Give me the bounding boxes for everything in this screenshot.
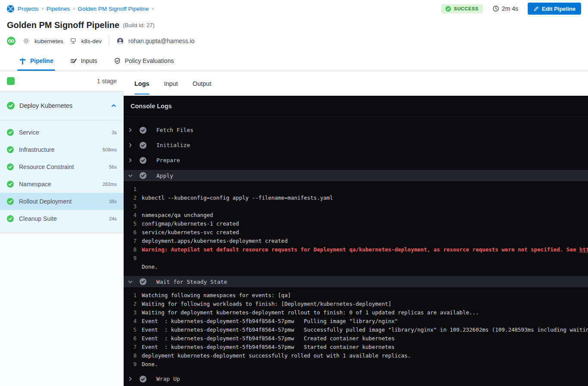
- step-item-rollout-deployment[interactable]: Rollout Deployment38s: [0, 193, 124, 210]
- log-line-text: Event : kubernetes-deployment-5fb94f8564…: [142, 343, 395, 351]
- console-header: Console Logs: [124, 96, 588, 116]
- log-section-title: Fetch Files: [156, 127, 193, 133]
- breadcrumb-link-pipelines[interactable]: Pipelines: [47, 6, 70, 12]
- log-line: 5configmap/kubernetes-1 created: [124, 220, 588, 228]
- breadcrumb-separator: ›: [42, 6, 44, 12]
- log-panel-tab-logs[interactable]: Logs: [134, 71, 149, 96]
- breadcrumb-separator: ›: [73, 6, 75, 12]
- log-line: 4Event : kubernetes-deployment-5fb94f856…: [124, 317, 588, 326]
- check-circle-icon: [445, 6, 451, 12]
- pipeline-meta-row: kubernetes k8s-dev rohan.gupta@harness.i…: [7, 34, 581, 48]
- chevron-up-icon[interactable]: [111, 103, 117, 109]
- trigger-user-email: rohan.gupta@harness.io: [128, 38, 195, 44]
- stage-count-label: 1 stage: [97, 78, 117, 85]
- log-line-text: namespace/qa unchanged: [142, 211, 213, 220]
- chevron-down-icon[interactable]: [128, 173, 133, 179]
- step-item-cleanup-suite[interactable]: Cleanup Suite24s: [0, 210, 124, 227]
- breadcrumb: Projects›Pipelines›Golden PM Signoff Pip…: [18, 6, 153, 12]
- log-line-text: service/kubernetes-svc created: [142, 228, 239, 237]
- log-line-text: Done.: [142, 263, 158, 271]
- check-circle-icon: [7, 215, 14, 222]
- log-section-apply[interactable]: Apply: [124, 170, 588, 181]
- log-line-number: 8: [124, 351, 137, 360]
- step-item-infrastructure[interactable]: Infrastructure508ms: [0, 141, 124, 158]
- stage-name: Deploy Kubernetes: [19, 102, 106, 109]
- log-line: 6Event : kubernetes-deployment-5fb94f856…: [124, 334, 588, 343]
- log-line-number: 4: [124, 211, 137, 220]
- tab-policy-evaluations[interactable]: Policy Evaluations: [114, 51, 174, 71]
- step-item-namespace[interactable]: Namespace282ms: [0, 176, 124, 193]
- inputs-icon: [70, 57, 77, 65]
- log-line-number: 6: [124, 228, 137, 237]
- page-title: Golden PM Signoff Pipeline: [7, 20, 119, 30]
- step-item-resource-constraint[interactable]: Resource Constraint56s: [0, 158, 124, 176]
- chevron-right-icon[interactable]: [128, 127, 133, 133]
- infrastructure-icon: [70, 38, 77, 44]
- step-duration: 508ms: [103, 147, 117, 152]
- log-line-number: 7: [124, 237, 137, 245]
- log-line-number: [124, 263, 137, 271]
- log-line: 6service/kubernetes-svc created: [124, 228, 588, 237]
- log-section-fetch-files[interactable]: Fetch Files: [124, 122, 588, 138]
- chevron-right-icon[interactable]: [128, 142, 133, 148]
- chevron-down-icon[interactable]: [128, 279, 133, 285]
- log-section-title: Wrap Up: [156, 376, 180, 382]
- log-line: 1: [124, 185, 588, 194]
- log-line-number: 2: [124, 194, 137, 202]
- chevron-right-icon[interactable]: [128, 157, 133, 163]
- log-line-text: Warning: Autopilot set default resource …: [142, 245, 588, 254]
- log-line: 8deployment kubernetes-deployment succes…: [124, 351, 588, 360]
- step-list: Service3sInfrastructure508msResource Con…: [0, 120, 124, 227]
- step-name: Namespace: [19, 181, 97, 188]
- log-line-text: Event : kubernetes-deployment-5fb94f8564…: [142, 317, 398, 326]
- breadcrumb-link-golden-pm-signoff-pipeline[interactable]: Golden PM Signoff Pipeline: [78, 6, 149, 12]
- log-section-wait-for-steady-state[interactable]: Wait for Steady State: [124, 276, 588, 287]
- step-duration: 282ms: [103, 182, 117, 187]
- pencil-icon: [533, 6, 539, 12]
- log-line: Done.: [124, 263, 588, 271]
- log-line: 8Warning: Autopilot set default resource…: [124, 245, 588, 254]
- breadcrumb-row: Projects›Pipelines›Golden PM Signoff Pip…: [7, 0, 581, 17]
- log-line-number: 3: [124, 308, 137, 317]
- log-line-number: 3: [124, 202, 137, 211]
- log-line-text: deployment kubernetes-deployment success…: [142, 351, 411, 360]
- log-section-prepare[interactable]: Prepare: [124, 153, 588, 168]
- execution-content: 1 stage Deploy Kubernetes Service3sInfra…: [0, 71, 588, 386]
- log-line: 7Event : kubernetes-deployment-5fb94f856…: [124, 343, 588, 351]
- step-name: Cleanup Suite: [19, 215, 104, 222]
- check-circle-icon: [7, 198, 14, 205]
- tab-pipeline[interactable]: Pipeline: [19, 51, 53, 71]
- status-text: SUCCESS: [454, 6, 478, 11]
- stage-header-deploy-kubernetes[interactable]: Deploy Kubernetes: [0, 91, 124, 120]
- step-item-service[interactable]: Service3s: [0, 124, 124, 141]
- log-line-number: 9: [124, 360, 137, 369]
- breadcrumb-link-projects[interactable]: Projects: [18, 6, 39, 12]
- log-line-number: 1: [124, 185, 137, 194]
- pipeline-icon: [19, 57, 26, 65]
- log-lines-wait-for-steady-state: 1Watching following namespaces for event…: [124, 290, 588, 371]
- status-badge: SUCCESS: [441, 4, 482, 13]
- stage-panel: Deploy Kubernetes Service3sInfrastructur…: [0, 91, 124, 233]
- log-panel-tab-input[interactable]: Input: [164, 71, 178, 96]
- tab-inputs[interactable]: Inputs: [70, 51, 97, 71]
- sidebar-empty-area: [0, 233, 124, 386]
- log-panel-tab-output[interactable]: Output: [193, 71, 212, 96]
- log-link[interactable]: http://g: [579, 246, 588, 253]
- log-line: 2kubectl --kubeconfig=config apply --fil…: [124, 194, 588, 202]
- stage-sidebar: 1 stage Deploy Kubernetes Service3sInfra…: [0, 71, 124, 386]
- log-line: 7deployment.apps/kubernetes-deployment c…: [124, 237, 588, 245]
- clock-icon: [492, 5, 499, 12]
- log-line-text: Event : kubernetes-deployment-5fb94f8564…: [142, 334, 395, 343]
- chevron-right-icon[interactable]: [128, 376, 133, 382]
- log-line-text: Event : kubernetes-deployment-5fb94f8564…: [142, 326, 588, 334]
- step-details-tab-bar: LogsInputOutput: [124, 71, 588, 96]
- step-name: Rollout Deployment: [19, 198, 104, 205]
- log-section-initialize[interactable]: Initialize: [124, 138, 588, 153]
- log-line: 1Watching following namespaces for event…: [124, 291, 588, 300]
- step-duration: 3s: [112, 130, 117, 135]
- step-duration: 38s: [109, 199, 117, 204]
- edit-pipeline-button[interactable]: Edit Pipeline: [528, 3, 581, 15]
- tab-label: Policy Evaluations: [125, 57, 174, 64]
- log-section-wrap-up[interactable]: Wrap Up: [124, 371, 588, 386]
- duration-text: 2m 4s: [502, 5, 518, 12]
